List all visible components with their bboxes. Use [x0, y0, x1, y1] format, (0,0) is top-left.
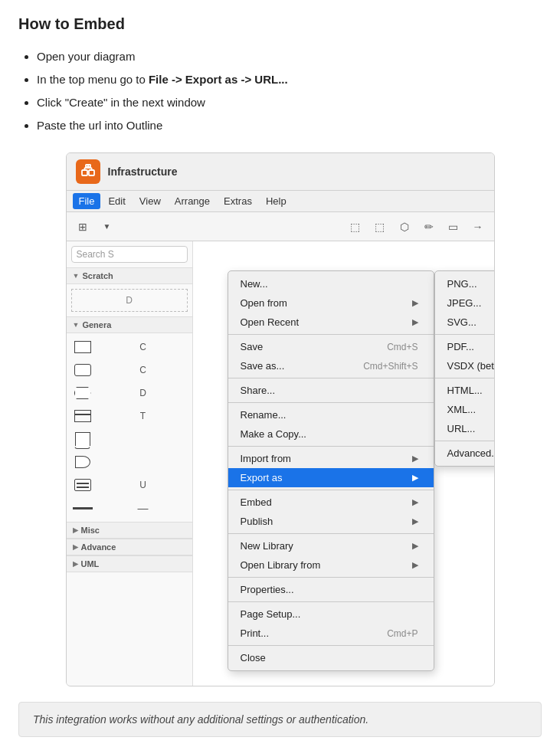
menu-new[interactable]: New...: [228, 274, 434, 293]
menu-arrange[interactable]: Arrange: [169, 193, 216, 209]
menu-view[interactable]: View: [133, 193, 167, 209]
sidebar-section-advance[interactable]: ▶ Advance: [67, 539, 192, 555]
shape-server[interactable]: [70, 474, 96, 496]
export-xml[interactable]: XML...: [435, 400, 495, 419]
scratch-area: D: [71, 289, 188, 312]
toolbar-arrow-btn[interactable]: →: [468, 217, 488, 237]
instruction-1: Open your diagram: [37, 45, 542, 68]
shape-rectangle[interactable]: [70, 336, 96, 358]
separator-5: [228, 490, 434, 490]
sidebar-section-misc[interactable]: ▶ Misc: [67, 522, 192, 539]
instruction-3: Click "Create" in the next window: [37, 91, 542, 114]
main-content: Search S ▼ Scratch D ▼ Genera C C D T: [67, 241, 494, 686]
menu-embed[interactable]: Embed ▶: [228, 493, 434, 512]
toolbar-rect-btn[interactable]: ▭: [444, 217, 463, 237]
instruction-4: Paste the url into Outline: [37, 114, 542, 137]
export-submenu: PNG... JPEG... SVG... PDF... VSDX (beta)…: [434, 270, 495, 467]
menu-extras[interactable]: Extras: [218, 193, 258, 209]
submenu-arrow-embed: ▶: [412, 497, 418, 507]
export-sep-3: [435, 441, 495, 441]
export-png[interactable]: PNG...: [435, 274, 495, 293]
toolbar-shape-btn[interactable]: ⬡: [395, 217, 414, 237]
shape-hexagon[interactable]: [70, 382, 96, 404]
menu-file[interactable]: File: [73, 193, 101, 209]
shape-label-doc: [130, 428, 156, 450]
menu-properties[interactable]: Properties...: [228, 580, 434, 599]
toolbar: ⊞ ▼ ⬚ ⬚ ⬡ ✏ ▭ →: [67, 212, 494, 241]
menu-print[interactable]: Print... Cmd+P: [228, 624, 434, 643]
submenu-arrow-open-from: ▶: [412, 298, 418, 308]
chevron-uml-icon: ▶: [73, 560, 78, 568]
menu-open-library[interactable]: Open Library from ▶: [228, 555, 434, 575]
shape-label-c: C: [130, 336, 156, 358]
menu-page-setup[interactable]: Page Setup...: [228, 604, 434, 624]
svg-rect-1: [89, 170, 94, 175]
shape-rect-rounded[interactable]: [70, 359, 96, 381]
menu-close[interactable]: Close: [228, 648, 434, 667]
menu-share[interactable]: Share...: [228, 381, 434, 400]
app-icon: [76, 159, 100, 184]
shape-d-shape[interactable]: [70, 451, 96, 473]
shape-label-d2: [130, 451, 156, 473]
menu-make-copy[interactable]: Make a Copy...: [228, 424, 434, 444]
sidebar-section-scratch: ▼ Scratch: [67, 267, 192, 284]
menu-save-as[interactable]: Save as... Cmd+Shift+S: [228, 356, 434, 375]
submenu-arrow-open-lib: ▶: [412, 560, 418, 570]
sidebar-section-uml[interactable]: ▶ UML: [67, 555, 192, 572]
submenu-arrow-export: ▶: [412, 473, 418, 483]
file-menu-dropdown: New... Open from ▶ Open Recent ▶ Save Cm…: [228, 270, 434, 671]
export-vsdx[interactable]: VSDX (beta)...: [435, 356, 495, 375]
menu-open-recent[interactable]: Open Recent ▶: [228, 313, 434, 332]
menu-export-as[interactable]: Export as ▶: [228, 468, 434, 487]
separator-2: [228, 378, 434, 378]
export-url[interactable]: URL...: [435, 419, 495, 438]
toolbar-edit-btn[interactable]: ✏: [419, 217, 439, 237]
submenu-arrow-publish: ▶: [412, 516, 418, 526]
shape-frame[interactable]: [70, 405, 96, 427]
export-advanced[interactable]: Advanced...: [435, 444, 495, 463]
toolbar-undo-btn[interactable]: ⬚: [345, 217, 365, 237]
app-title: Infrastructure: [108, 165, 178, 178]
toolbar-dropdown-btn[interactable]: ▼: [97, 217, 117, 237]
toolbar-redo-btn[interactable]: ⬚: [370, 217, 390, 237]
shape-label-c2: C: [130, 359, 156, 381]
canvas-area[interactable]: New... Open from ▶ Open Recent ▶ Save Cm…: [193, 241, 494, 686]
export-html[interactable]: HTML...: [435, 381, 495, 400]
shape-label-t: T: [130, 405, 156, 427]
shape-label-d: D: [130, 382, 156, 404]
menu-open-from[interactable]: Open from ▶: [228, 293, 434, 313]
submenu-arrow-import: ▶: [412, 454, 418, 464]
title-bar: Infrastructure: [67, 153, 494, 191]
menu-save[interactable]: Save Cmd+S: [228, 337, 434, 356]
export-sep-2: [435, 378, 495, 378]
sidebar-section-general: ▼ Genera: [67, 316, 192, 333]
menu-publish[interactable]: Publish ▶: [228, 512, 434, 531]
instruction-2: In the top menu go to File -> Export as …: [37, 68, 542, 91]
submenu-arrow-new-lib: ▶: [412, 541, 418, 551]
page-title: How to Embed: [18, 15, 542, 33]
menu-edit[interactable]: Edit: [102, 193, 131, 209]
search-box[interactable]: Search S: [71, 246, 188, 263]
menu-rename[interactable]: Rename...: [228, 405, 434, 424]
bottom-note: This integration works without any addit…: [18, 702, 542, 737]
menu-bar: File Edit View Arrange Extras Help: [67, 191, 494, 212]
chevron-icon-2: ▼: [73, 321, 80, 329]
separator-9: [228, 645, 434, 646]
shape-document[interactable]: [70, 428, 96, 450]
menu-import-from[interactable]: Import from ▶: [228, 449, 434, 468]
shape-dash: —: [130, 497, 156, 519]
toolbar-grid-btn[interactable]: ⊞: [73, 217, 93, 237]
shape-label-u: U: [130, 474, 156, 496]
shapes-grid: C C D T U —: [67, 333, 192, 522]
shape-line-item[interactable]: [70, 497, 96, 519]
app-window: Infrastructure File Edit View Arrange Ex…: [66, 152, 495, 686]
menu-help[interactable]: Help: [260, 193, 293, 209]
separator-6: [228, 533, 434, 534]
export-svg[interactable]: SVG...: [435, 313, 495, 332]
chevron-advance-icon: ▶: [73, 543, 78, 551]
export-pdf[interactable]: PDF...: [435, 337, 495, 356]
menu-new-library[interactable]: New Library ▶: [228, 536, 434, 555]
submenu-arrow-open-recent: ▶: [412, 317, 418, 327]
chevron-icon: ▼: [73, 272, 80, 280]
export-jpeg[interactable]: JPEG...: [435, 293, 495, 313]
